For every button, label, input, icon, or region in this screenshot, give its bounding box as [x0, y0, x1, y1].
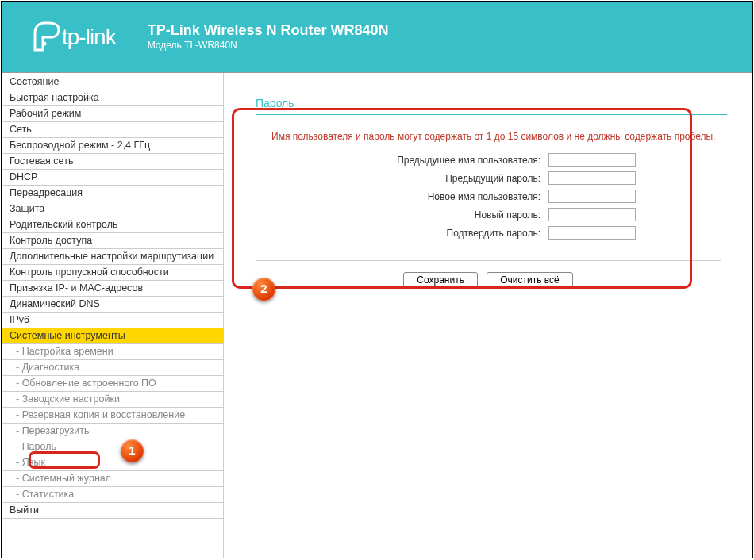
header-bar: tp-link TP-Link Wireless N Router WR840N… [2, 2, 752, 73]
sidebar-item-19[interactable]: - Обновление встроенного ПО [2, 376, 223, 392]
sidebar-item-18[interactable]: - Диагностика [2, 360, 223, 376]
clear-button[interactable]: Очистить всё [487, 272, 572, 288]
brand-text: tp-link [62, 25, 116, 50]
section-divider [256, 114, 727, 115]
sidebar-item-12[interactable]: Контроль пропускной способности [2, 265, 223, 281]
save-button[interactable]: Сохранить [403, 272, 478, 288]
sidebar-item-21[interactable]: - Резервная копия и восстановление [2, 408, 223, 424]
sidebar-item-24[interactable]: - Язык [2, 455, 223, 471]
sidebar-item-15[interactable]: IPv6 [2, 313, 223, 328]
warning-text: Имя пользователя и пароль могут содержат… [271, 131, 729, 142]
sidebar-item-22[interactable]: - Перезагрузить [2, 424, 223, 439]
sidebar-item-26[interactable]: - Статистика [2, 487, 223, 503]
sidebar-item-4[interactable]: Беспроводной режим - 2,4 ГГц [2, 138, 223, 154]
input-old-pass[interactable] [548, 171, 636, 185]
password-form: Предыдущее имя пользователя: Предыдущий … [336, 150, 641, 243]
sidebar-item-20[interactable]: - Заводские настройки [2, 392, 223, 408]
sidebar-item-23[interactable]: - Пароль [2, 439, 223, 455]
input-new-user[interactable] [548, 190, 636, 203]
sidebar-item-9[interactable]: Родительский контроль [2, 217, 223, 233]
main-content: Пароль Имя пользователя и пароль могут с… [224, 73, 752, 558]
product-model: Модель TL-WR840N [148, 40, 389, 52]
input-old-user[interactable] [548, 153, 636, 167]
sidebar: СостояниеБыстрая настройкаРабочий режимС… [2, 73, 224, 558]
sidebar-item-2[interactable]: Рабочий режим [2, 106, 223, 122]
label-new-pass: Новый пароль: [337, 206, 544, 223]
sidebar-item-10[interactable]: Контроль доступа [2, 233, 223, 249]
sidebar-item-3[interactable]: Сеть [2, 122, 223, 138]
label-old-user: Предыдущее имя пользователя: [337, 152, 544, 168]
sidebar-item-11[interactable]: Дополнительные настройки маршрутизации [2, 249, 223, 265]
form-divider [256, 260, 721, 261]
sidebar-item-0[interactable]: Состояние [2, 75, 223, 90]
brand-logo: tp-link [33, 21, 116, 53]
tp-logo-icon [33, 21, 60, 53]
sidebar-item-1[interactable]: Быстрая настройка [2, 90, 223, 106]
header-titles: TP-Link Wireless N Router WR840N Модель … [148, 21, 389, 52]
input-new-pass[interactable] [548, 208, 636, 221]
sidebar-item-5[interactable]: Гостевая сеть [2, 154, 223, 170]
label-new-user: Новое имя пользователя: [337, 188, 544, 205]
sidebar-item-6[interactable]: DHCP [2, 170, 223, 186]
sidebar-item-13[interactable]: Привязка IP- и MAC-адресов [2, 281, 223, 297]
sidebar-item-14[interactable]: Динамический DNS [2, 297, 223, 313]
sidebar-item-16[interactable]: Системные инструменты [2, 328, 223, 344]
label-confirm-pass: Подтвердить пароль: [337, 224, 544, 241]
button-row: Сохранить Очистить всё [248, 272, 729, 288]
sidebar-item-25[interactable]: - Системный журнал [2, 471, 223, 487]
product-title: TP-Link Wireless N Router WR840N [148, 21, 389, 40]
sidebar-item-17[interactable]: - Настройка времени [2, 344, 223, 360]
sidebar-item-7[interactable]: Переадресация [2, 186, 223, 201]
label-old-pass: Предыдущий пароль: [337, 170, 544, 186]
input-confirm-pass[interactable] [548, 226, 636, 240]
sidebar-item-8[interactable]: Защита [2, 201, 223, 217]
sidebar-item-27[interactable]: Выйти [2, 503, 223, 519]
svg-point-0 [43, 41, 47, 45]
section-title: Пароль [248, 97, 729, 109]
